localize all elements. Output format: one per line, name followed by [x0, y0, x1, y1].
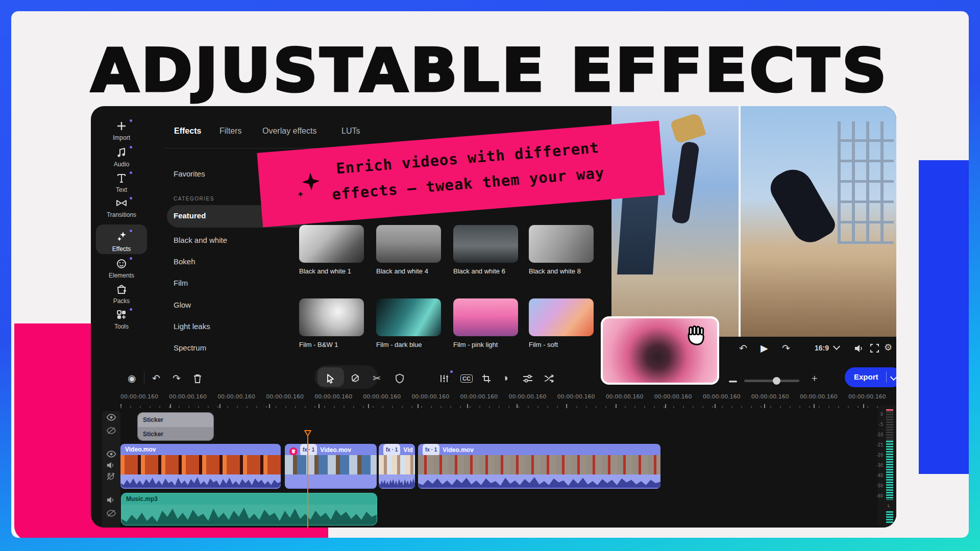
zoom-slider-thumb[interactable] [773, 377, 780, 385]
effect-thumb-film-bw-1[interactable] [299, 298, 364, 336]
music-note-icon [115, 147, 128, 159]
sidebar-item-transitions[interactable]: Transitions [97, 198, 146, 218]
meter-scale-label: -40 [874, 473, 883, 478]
track-volume-speaker-icon[interactable] [106, 461, 115, 471]
effect-thumb-label: Black and white 1 [299, 267, 351, 275]
track-hidden-eye-slash-icon[interactable] [106, 509, 116, 519]
effect-thumb-black-and-white-4[interactable] [376, 225, 441, 263]
clip-waveform-area [120, 474, 281, 488]
clip-name: Video.mov [443, 446, 473, 454]
sidebar-item-tools[interactable]: Tools [97, 309, 146, 330]
split-scissors-button[interactable]: ✂ [373, 372, 381, 384]
record-button[interactable]: ◉ [128, 372, 136, 384]
notification-dot [130, 197, 132, 199]
text-icon [115, 172, 128, 185]
motion-tracking-button[interactable] [544, 372, 554, 384]
effect-thumb-black-and-white-8[interactable] [529, 225, 594, 263]
audio-meters-panel: 0 -5 -10 -15 -20 -30 -40 -50 -60 [878, 405, 896, 528]
zoom-slider-track[interactable] [744, 380, 799, 382]
meter-left-column [886, 409, 893, 500]
sidebar-item-elements[interactable]: Elements [97, 258, 146, 279]
clip-filmstrip [379, 455, 415, 474]
clip-filmstrip [285, 455, 377, 474]
sidebar-item-import[interactable]: Import [97, 120, 146, 141]
effect-thumb-film-soft[interactable] [529, 298, 594, 336]
tab-filters[interactable]: Filters [219, 127, 242, 136]
category-glow[interactable]: Glow [174, 300, 191, 309]
clip-waveform-area [379, 474, 415, 488]
jump-forward-button[interactable]: ↷ [782, 342, 790, 354]
category-film[interactable]: Film [174, 279, 188, 287]
crop-button[interactable] [482, 372, 491, 384]
zoom-out-button[interactable] [729, 375, 737, 387]
tab-effects[interactable]: Effects [174, 127, 201, 136]
video-clip-2[interactable]: ♛fx · 1Video.mov [285, 444, 377, 489]
track-visibility-eye-icon[interactable] [106, 450, 116, 460]
aspect-ratio-select[interactable]: 16:9 [815, 344, 839, 352]
category-favorites[interactable]: Favorites [174, 169, 205, 178]
clip-label: fx · 1Video.mov [418, 444, 660, 455]
playhead-marker[interactable] [304, 430, 312, 439]
effect-thumb-film-pink-light[interactable] [453, 298, 518, 336]
zoom-in-button[interactable]: ＋ [810, 371, 819, 385]
promo-banner: Enrich videos with different effects – t… [257, 121, 665, 228]
aspect-ratio-value: 16:9 [815, 344, 829, 352]
sticker-clip[interactable]: Sticker [138, 427, 213, 441]
category-spectrum[interactable]: Spectrum [174, 343, 206, 352]
pavement-shadow [741, 259, 896, 337]
music-clip[interactable]: Music.mp3 [121, 493, 377, 525]
categories-header: CATEGORIES [174, 196, 214, 202]
track-link-magnet-slash-icon[interactable] [106, 472, 115, 483]
timeline-ruler[interactable]: 00:00:00.160 00:00:00.160 00:00:00.160 0… [120, 393, 886, 400]
timecode: 00:00:00.160 [557, 393, 595, 400]
meter-scale-label: -30 [874, 463, 883, 468]
sidebar-item-audio[interactable]: Audio [97, 147, 146, 168]
category-light-leaks[interactable]: Light leaks [174, 322, 210, 331]
track-visibility-eye-icon[interactable] [106, 413, 116, 423]
category-black-and-white[interactable]: Black and white [174, 236, 227, 244]
captions-button[interactable]: CC [460, 374, 473, 383]
effect-thumb-film-dark-blue[interactable] [376, 298, 441, 336]
tab-overlay-effects[interactable]: Overlay effects [262, 127, 316, 136]
pointer-tool-button[interactable] [326, 372, 335, 384]
adjustments-sliders-button[interactable] [523, 372, 533, 384]
effect-thumb-label: Film - dark blue [376, 341, 422, 348]
delete-button[interactable] [193, 372, 202, 384]
video-clip-4[interactable]: fx · 1Video.mov [418, 444, 660, 489]
play-button[interactable]: ▶ [761, 342, 768, 354]
ruler-minor-ticks [120, 406, 886, 408]
timecode: 00:00:00.160 [654, 393, 692, 400]
tab-luts[interactable]: LUTs [341, 127, 360, 136]
undo-button[interactable]: ↶ [152, 372, 160, 384]
audio-levels-button[interactable] [439, 372, 449, 384]
effect-thumb-black-and-white-1[interactable] [299, 225, 364, 263]
shield-tool-button[interactable] [395, 372, 404, 384]
settings-gear-icon[interactable]: ⚙ [884, 342, 892, 353]
volume-button[interactable] [853, 342, 864, 354]
sticker-clip-group[interactable]: Sticker Sticker [137, 412, 214, 441]
video-clip-1[interactable]: Video.mov [120, 444, 281, 489]
metal-structure [838, 121, 894, 244]
effect-thumb-black-and-white-6[interactable] [453, 225, 518, 263]
sticker-clip[interactable]: Sticker [138, 413, 213, 427]
category-bokeh[interactable]: Bokeh [174, 257, 195, 266]
jump-back-button[interactable]: ↶ [739, 342, 747, 354]
playhead-line[interactable] [307, 435, 308, 528]
hand-tool-button[interactable] [350, 372, 360, 384]
track-volume-speaker-icon[interactable] [106, 496, 115, 506]
sidebar-item-packs[interactable]: Packs [97, 284, 146, 305]
sidebar-item-effects[interactable]: Effects [97, 231, 146, 253]
video-clip-3[interactable]: fx · 1Vid [379, 444, 415, 489]
export-button[interactable]: Export [845, 367, 896, 387]
sidebar-item-text[interactable]: Text [97, 172, 146, 193]
smiley-icon [115, 258, 128, 270]
contrast-button[interactable]: ◑ [502, 372, 508, 384]
clip-label: Video.mov [120, 444, 281, 455]
sidebar-item-label: Effects [97, 245, 146, 253]
track-hidden-eye-slash-icon[interactable] [106, 427, 116, 437]
redo-button[interactable]: ↷ [173, 372, 181, 384]
mini-meter-left [886, 511, 893, 523]
fullscreen-button[interactable] [870, 342, 879, 354]
preview-photo-right [741, 106, 896, 337]
meter-scale-label: -10 [874, 433, 883, 437]
